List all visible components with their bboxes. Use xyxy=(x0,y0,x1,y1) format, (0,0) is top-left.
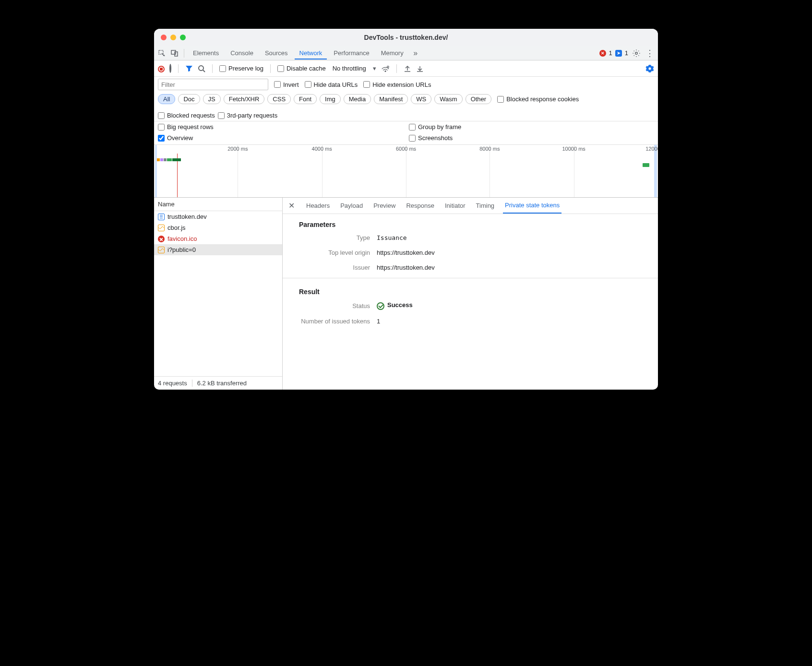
svg-point-4 xyxy=(199,66,203,71)
success-check-icon xyxy=(377,302,384,310)
preserve-log-checkbox[interactable]: Preserve log xyxy=(219,65,263,72)
main-toolbar: Elements Console Sources Network Perform… xyxy=(154,46,658,60)
type-filter-row: All Doc JS Fetch/XHR CSS Font Img Media … xyxy=(154,92,658,121)
request-row[interactable]: cbor.js xyxy=(154,222,282,233)
hide-extension-urls-checkbox[interactable]: Hide extension URLs xyxy=(363,81,431,88)
network-toolbar: Preserve log Disable cache No throttling… xyxy=(154,60,658,77)
parameters-heading: Parameters xyxy=(283,214,658,230)
tab-memory[interactable]: Memory xyxy=(376,47,408,59)
device-toolbar-icon[interactable] xyxy=(169,49,180,57)
type-pill-doc[interactable]: Doc xyxy=(178,94,200,104)
type-pill-js[interactable]: JS xyxy=(203,94,221,104)
hide-data-urls-checkbox[interactable]: Hide data URLs xyxy=(305,81,358,88)
timeline-overview[interactable]: 2000 ms 4000 ms 6000 ms 8000 ms 10000 ms… xyxy=(154,145,658,198)
filter-icon[interactable] xyxy=(185,65,193,72)
search-icon[interactable] xyxy=(198,65,205,72)
timeline-marker-icon xyxy=(643,163,649,167)
detail-tab-headers[interactable]: Headers xyxy=(304,198,332,213)
type-pill-css[interactable]: CSS xyxy=(267,94,291,104)
type-pill-ws[interactable]: WS xyxy=(411,94,431,104)
upload-har-icon[interactable] xyxy=(404,65,411,72)
name-column-header[interactable]: Name xyxy=(154,198,282,211)
pst-origin-value: https://trusttoken.dev xyxy=(377,249,435,256)
type-pill-wasm[interactable]: Wasm xyxy=(434,94,462,104)
svg-point-5 xyxy=(385,71,386,71)
document-icon xyxy=(158,214,165,220)
script-icon xyxy=(158,247,165,253)
request-row[interactable]: trusttoken.dev xyxy=(154,211,282,222)
svg-point-3 xyxy=(635,52,638,54)
more-tabs-icon[interactable]: » xyxy=(410,49,421,58)
throttling-caret-icon[interactable]: ▾ xyxy=(373,65,376,72)
detail-tab-pst[interactable]: Private state tokens xyxy=(503,198,561,214)
window-title: DevTools - trusttoken.dev/ xyxy=(154,34,658,41)
tab-performance[interactable]: Performance xyxy=(329,47,374,59)
filter-bar: Invert Hide data URLs Hide extension URL… xyxy=(154,77,658,92)
request-row-selected[interactable]: i?public=0 xyxy=(154,244,282,255)
content-area: Name trusttoken.dev cbor.js favicon.ico … xyxy=(154,198,658,390)
type-pill-img[interactable]: Img xyxy=(320,94,341,104)
titlebar: DevTools - trusttoken.dev/ xyxy=(154,29,658,46)
devtools-window: DevTools - trusttoken.dev/ Elements Cons… xyxy=(154,29,658,390)
group-frame-checkbox[interactable]: Group by frame xyxy=(409,123,654,131)
view-options: Big request rows Overview Group by frame… xyxy=(154,121,658,145)
third-party-checkbox[interactable]: 3rd-party requests xyxy=(218,112,278,119)
overview-checkbox[interactable]: Overview xyxy=(158,134,403,142)
tab-elements[interactable]: Elements xyxy=(188,47,224,59)
request-row[interactable]: favicon.ico xyxy=(154,233,282,244)
detail-tabs: ✕ Headers Payload Preview Response Initi… xyxy=(283,198,658,214)
throttling-select[interactable]: No throttling xyxy=(331,65,368,72)
svg-point-6 xyxy=(387,66,389,68)
type-pill-manifest[interactable]: Manifest xyxy=(374,94,408,104)
request-list: Name trusttoken.dev cbor.js favicon.ico … xyxy=(154,198,283,390)
tab-network[interactable]: Network xyxy=(295,47,327,59)
record-button[interactable] xyxy=(158,65,165,72)
type-pill-media[interactable]: Media xyxy=(344,94,371,104)
detail-tab-timing[interactable]: Timing xyxy=(474,198,497,213)
type-pill-other[interactable]: Other xyxy=(466,94,492,104)
script-icon xyxy=(158,225,165,231)
inspect-icon[interactable] xyxy=(157,49,167,57)
network-settings-icon[interactable] xyxy=(645,64,654,73)
disable-cache-checkbox[interactable]: Disable cache xyxy=(277,65,326,72)
type-pill-font[interactable]: Font xyxy=(294,94,317,104)
result-heading: Result xyxy=(283,281,658,297)
pst-tokens-value: 1 xyxy=(377,318,380,325)
clear-button[interactable] xyxy=(169,65,171,72)
error-count[interactable]: ✕1 xyxy=(599,49,612,57)
settings-icon[interactable] xyxy=(631,49,642,58)
invert-checkbox[interactable]: Invert xyxy=(274,81,299,88)
blocked-cookies-checkbox[interactable]: Blocked response cookies xyxy=(497,95,579,103)
pst-issuer-value: https://trusttoken.dev xyxy=(377,264,435,271)
blocked-requests-checkbox[interactable]: Blocked requests xyxy=(158,112,215,119)
detail-tab-payload[interactable]: Payload xyxy=(338,198,365,213)
pst-type-value: Issuance xyxy=(377,234,407,241)
detail-tab-response[interactable]: Response xyxy=(404,198,436,213)
close-detail-button[interactable]: ✕ xyxy=(286,198,298,213)
detail-tab-preview[interactable]: Preview xyxy=(371,198,397,213)
big-rows-checkbox[interactable]: Big request rows xyxy=(158,123,403,131)
type-pill-fetch[interactable]: Fetch/XHR xyxy=(224,94,265,104)
request-summary: 4 requests 6.2 kB transferred xyxy=(154,376,282,390)
kebab-icon[interactable]: ⋮ xyxy=(645,48,655,59)
message-count[interactable]: ➤1 xyxy=(615,49,628,57)
network-conditions-icon[interactable] xyxy=(381,65,390,72)
tab-console[interactable]: Console xyxy=(226,47,258,59)
pst-status-value: Success xyxy=(377,301,413,310)
detail-tab-initiator[interactable]: Initiator xyxy=(443,198,467,213)
download-har-icon[interactable] xyxy=(416,65,424,72)
screenshots-checkbox[interactable]: Screenshots xyxy=(409,134,654,142)
request-detail: ✕ Headers Payload Preview Response Initi… xyxy=(283,198,658,390)
error-icon xyxy=(158,236,165,242)
request-filter-input[interactable] xyxy=(158,79,268,90)
tab-sources[interactable]: Sources xyxy=(260,47,293,59)
type-pill-all[interactable]: All xyxy=(158,94,175,104)
